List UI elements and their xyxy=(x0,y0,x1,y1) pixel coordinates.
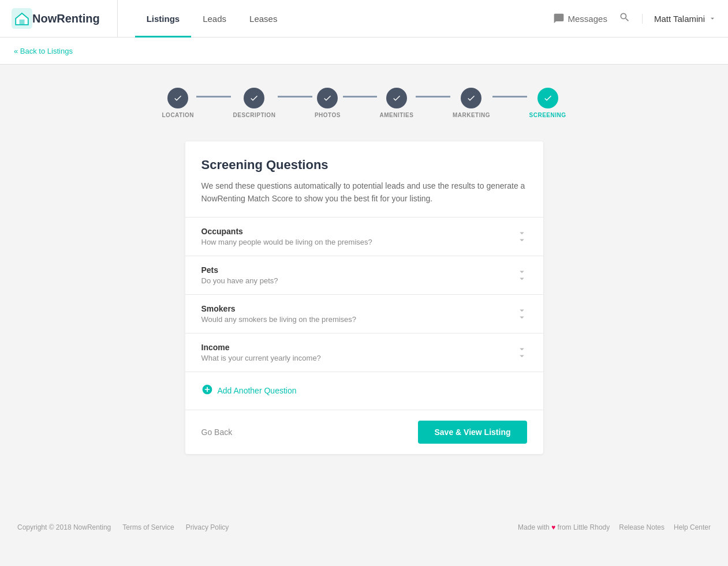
question-smokers-text: Smokers Would any smokers be living on t… xyxy=(201,304,357,324)
chevron-down-icon xyxy=(708,14,716,23)
step-label-photos: PHOTOS xyxy=(315,112,341,118)
card-footer: Go Back Save & View Listing xyxy=(185,410,543,454)
footer-right: Made with ♥ from Little Rhody Release No… xyxy=(518,523,711,531)
header: NowRenting Listings Leads Leases Message… xyxy=(0,0,728,38)
step-circle-description xyxy=(244,88,264,108)
nav-leases[interactable]: Leases xyxy=(238,0,289,38)
svg-rect-1 xyxy=(20,20,25,25)
terms-of-service-link[interactable]: Terms of Service xyxy=(122,523,174,531)
connector-3 xyxy=(343,96,378,98)
question-occupants-title: Occupants xyxy=(201,227,372,236)
question-pets[interactable]: Pets Do you have any pets? xyxy=(185,256,543,294)
breadcrumb-bar: Back to Listings xyxy=(0,38,728,65)
save-view-listing-button[interactable]: Save & View Listing xyxy=(418,421,527,444)
step-description: DESCRIPTION xyxy=(233,88,276,118)
card-header: Screening Questions We send these questi… xyxy=(185,141,543,217)
step-label-screening: SCREENING xyxy=(529,112,566,118)
chevron-down-icon-income xyxy=(517,344,527,361)
step-label-marketing: MARKETING xyxy=(453,112,490,118)
question-pets-subtitle: Do you have any pets? xyxy=(201,276,278,285)
step-marketing: MARKETING xyxy=(453,88,490,118)
heart-icon: ♥ xyxy=(551,523,557,531)
step-circle-marketing xyxy=(461,88,481,108)
page-footer: Copyright © 2018 NowRenting Terms of Ser… xyxy=(0,512,728,543)
step-circle-screening xyxy=(537,88,558,108)
question-occupants-subtitle: How many people would be living on the p… xyxy=(201,238,372,246)
step-label-amenities: AMENITIES xyxy=(379,112,413,118)
release-notes-link[interactable]: Release Notes xyxy=(619,523,664,531)
screening-card: Screening Questions We send these questi… xyxy=(185,141,543,454)
back-to-listings-link[interactable]: Back to Listings xyxy=(14,47,73,55)
add-circle-icon xyxy=(201,384,213,398)
question-occupants-text: Occupants How many people would be livin… xyxy=(201,227,372,246)
made-with-text: Made with ♥ from Little Rhody xyxy=(518,523,610,531)
nav-leads[interactable]: Leads xyxy=(191,0,238,38)
question-income[interactable]: Income What is your current yearly incom… xyxy=(185,333,543,372)
question-pets-text: Pets Do you have any pets? xyxy=(201,265,278,285)
connector-5 xyxy=(492,96,527,98)
step-label-location: LOCATION xyxy=(162,112,194,118)
privacy-policy-link[interactable]: Privacy Policy xyxy=(186,523,229,531)
messages-label: Messages xyxy=(568,14,607,24)
main-content: LOCATION DESCRIPTION PHOTOS AMENITIES xyxy=(0,65,728,477)
logo-text: NowRenting xyxy=(32,12,100,25)
logo-icon xyxy=(12,8,32,29)
question-occupants[interactable]: Occupants How many people would be livin… xyxy=(185,217,543,256)
message-icon xyxy=(553,13,565,24)
step-photos: PHOTOS xyxy=(315,88,341,118)
main-nav: Listings Leads Leases xyxy=(135,0,553,38)
chevron-down-icon-pets xyxy=(517,267,527,284)
header-right: Messages Matt Talamini xyxy=(553,12,716,26)
user-name: Matt Talamini xyxy=(654,14,705,24)
question-income-title: Income xyxy=(201,343,321,352)
question-income-subtitle: What is your current yearly income? xyxy=(201,354,321,362)
step-location: LOCATION xyxy=(162,88,194,118)
go-back-button[interactable]: Go Back xyxy=(201,428,233,437)
logo-area: NowRenting xyxy=(12,0,118,38)
nav-listings[interactable]: Listings xyxy=(135,0,192,38)
step-label-description: DESCRIPTION xyxy=(233,112,276,118)
step-amenities: AMENITIES xyxy=(379,88,413,118)
messages-button[interactable]: Messages xyxy=(553,13,607,24)
search-icon xyxy=(619,12,630,23)
progress-steps: LOCATION DESCRIPTION PHOTOS AMENITIES xyxy=(162,88,566,118)
step-circle-location xyxy=(167,88,188,108)
step-circle-photos xyxy=(317,88,338,108)
connector-2 xyxy=(278,96,312,98)
step-circle-amenities xyxy=(386,88,407,108)
chevron-down-icon-occupants xyxy=(517,228,527,245)
add-question-row[interactable]: Add Another Question xyxy=(185,372,543,410)
question-income-text: Income What is your current yearly incom… xyxy=(201,343,321,362)
connector-4 xyxy=(416,96,450,98)
add-question-label: Add Another Question xyxy=(218,386,297,395)
user-menu-button[interactable]: Matt Talamini xyxy=(642,14,716,24)
card-description: We send these questions automatically to… xyxy=(201,179,527,205)
step-screening: SCREENING xyxy=(529,88,566,118)
search-button[interactable] xyxy=(619,12,630,26)
question-smokers-subtitle: Would any smokers be living on the premi… xyxy=(201,315,357,324)
footer-left: Copyright © 2018 NowRenting Terms of Ser… xyxy=(17,523,229,531)
copyright-text: Copyright © 2018 NowRenting xyxy=(17,523,111,531)
question-pets-title: Pets xyxy=(201,265,278,275)
chevron-down-icon-smokers xyxy=(517,305,527,323)
help-center-link[interactable]: Help Center xyxy=(674,523,711,531)
question-smokers[interactable]: Smokers Would any smokers be living on t… xyxy=(185,294,543,333)
connector-1 xyxy=(196,96,231,98)
card-title: Screening Questions xyxy=(201,158,527,173)
question-smokers-title: Smokers xyxy=(201,304,357,313)
